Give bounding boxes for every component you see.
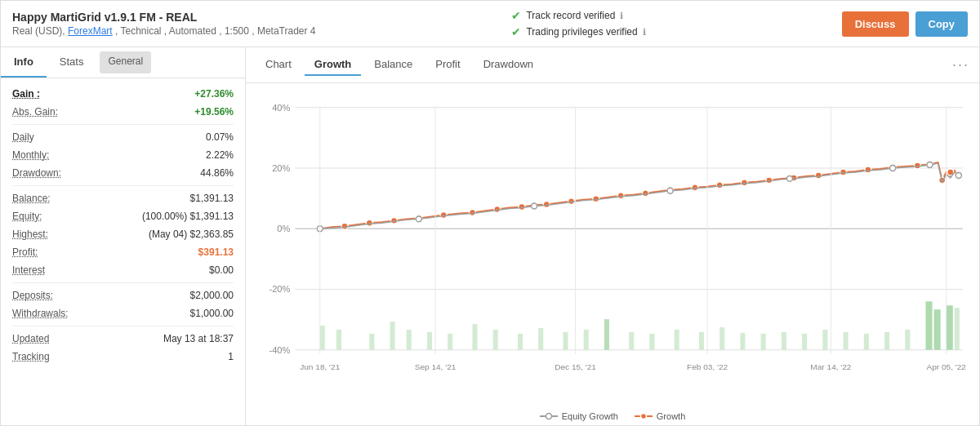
info-icon-1[interactable]: ℹ (620, 11, 623, 21)
svg-text:20%: 20% (272, 163, 290, 173)
svg-rect-17 (472, 324, 477, 350)
track-record-verify: ✔ Track record verified ℹ (511, 9, 645, 22)
chart-more-button[interactable]: ··· (952, 56, 969, 73)
divider-1 (12, 124, 234, 125)
copy-button[interactable]: Copy (915, 11, 969, 37)
svg-point-78 (956, 172, 961, 178)
svg-rect-29 (740, 333, 745, 350)
stat-abs-gain: Abs. Gain: +19.56% (12, 106, 234, 118)
svg-rect-30 (761, 334, 766, 350)
verify-trading-label: Trading privileges verified (526, 26, 637, 38)
drawdown-label: Drawdown: (12, 167, 61, 179)
profit-label: Profit: (12, 246, 38, 258)
abs-gain-label: Abs. Gain: (12, 106, 58, 118)
svg-text:Sep 14, '21: Sep 14, '21 (415, 363, 457, 372)
deposits-value: $2,000.00 (190, 290, 234, 301)
updated-label: Updated (12, 333, 49, 344)
chart-area: 40% 20% 0% -20% -40% (246, 83, 979, 406)
svg-text:Jun 18, '21: Jun 18, '21 (300, 363, 340, 372)
tracking-value: 1 (228, 351, 234, 362)
svg-text:Feb 03, '22: Feb 03, '22 (687, 363, 728, 372)
check-icon-1: ✔ (511, 9, 521, 22)
balance-label: Balance: (12, 193, 51, 204)
balance-value: $1,391.13 (190, 193, 234, 204)
chart-tab-chart[interactable]: Chart (256, 54, 301, 76)
main-content: Info Stats General Gain : +27.36% Abs. G… (1, 47, 979, 426)
tab-general[interactable]: General (100, 51, 151, 73)
header-left: Happy MartiGrid v1.9.1 FM - REAL Real (U… (12, 11, 316, 37)
svg-rect-37 (905, 330, 910, 350)
stat-interest: Interest $0.00 (12, 264, 234, 276)
svg-point-94 (640, 414, 646, 419)
gain-value: +27.36% (194, 88, 234, 100)
equity-label: Equity: (12, 211, 42, 222)
stat-updated: Updated May 13 at 18:37 (12, 333, 234, 344)
svg-rect-18 (493, 330, 498, 350)
chart-tab-drawdown[interactable]: Drawdown (474, 54, 543, 76)
svg-rect-14 (407, 330, 412, 350)
profit-value: $391.13 (198, 246, 234, 258)
svg-rect-36 (884, 332, 889, 350)
highest-label: Highest: (12, 229, 48, 240)
growth-legend-label: Growth (657, 411, 685, 421)
divider-2 (12, 185, 234, 186)
chart-tab-balance[interactable]: Balance (364, 54, 422, 76)
divider-3 (12, 282, 234, 283)
svg-rect-23 (604, 319, 609, 350)
interest-label: Interest (12, 264, 45, 276)
svg-point-92 (546, 414, 551, 419)
equity-value: (100.00%) $1,391.13 (142, 211, 234, 222)
svg-point-54 (617, 193, 624, 199)
stat-daily: Daily 0.07% (12, 131, 234, 143)
svg-text:Dec 15, '21: Dec 15, '21 (555, 363, 596, 372)
chart-tabs: Chart Growth Balance Profit Drawdown ··· (246, 47, 979, 83)
svg-rect-40 (947, 305, 953, 349)
svg-rect-13 (390, 322, 395, 350)
svg-point-59 (741, 180, 747, 186)
drawdown-value: 44.86% (200, 167, 234, 179)
svg-rect-39 (934, 309, 941, 349)
svg-rect-38 (925, 301, 932, 349)
left-panel: Info Stats General Gain : +27.36% Abs. G… (1, 47, 246, 426)
svg-point-58 (716, 182, 723, 189)
svg-rect-24 (629, 332, 634, 350)
deposits-label: Deposits: (12, 290, 53, 301)
svg-rect-35 (864, 334, 869, 350)
svg-text:Apr 05, '22: Apr 05, '22 (926, 363, 966, 372)
stat-withdrawals: Withdrawals: $1,000.00 (12, 308, 234, 319)
legend-equity: Equity Growth (540, 411, 618, 421)
header: Happy MartiGrid v1.9.1 FM - REAL Real (U… (1, 1, 979, 47)
chart-tab-growth[interactable]: Growth (305, 54, 362, 76)
info-icon-2[interactable]: ℹ (643, 27, 646, 38)
svg-rect-20 (538, 328, 543, 350)
abs-gain-value: +19.56% (194, 106, 234, 118)
right-panel: Chart Growth Balance Profit Drawdown ··· (246, 47, 979, 426)
daily-value: 0.07% (206, 131, 234, 143)
svg-rect-22 (584, 330, 589, 350)
equity-legend-icon (540, 411, 558, 421)
verify-track-label: Track record verified (526, 10, 615, 21)
broker-link[interactable]: ForexMart (68, 25, 113, 37)
left-tabs: Info Stats General (1, 47, 245, 78)
tab-stats[interactable]: Stats (47, 47, 97, 78)
svg-point-77 (927, 162, 933, 168)
svg-rect-11 (336, 330, 341, 350)
legend-growth: Growth (635, 411, 685, 421)
info-content: Gain : +27.36% Abs. Gain: +19.56% Daily … (1, 78, 245, 379)
highest-value: (May 04) $2,363.85 (149, 229, 234, 240)
growth-legend-icon (635, 411, 653, 421)
chart-tab-profit[interactable]: Profit (425, 54, 470, 76)
page-subtitle: Real (USD), ForexMart , Technical , Auto… (12, 25, 316, 37)
svg-text:0%: 0% (277, 224, 290, 233)
svg-rect-21 (563, 332, 568, 350)
tab-info[interactable]: Info (1, 47, 47, 78)
gain-label: Gain : (12, 88, 40, 100)
svg-text:Mar 14, '22: Mar 14, '22 (810, 363, 852, 372)
discuss-button[interactable]: Discuss (842, 11, 909, 37)
chart-svg: 40% 20% 0% -20% -40% (254, 91, 971, 406)
svg-rect-19 (518, 334, 523, 350)
page-title: Happy MartiGrid v1.9.1 FM - REAL (12, 11, 316, 24)
svg-rect-33 (822, 330, 827, 350)
svg-rect-41 (955, 308, 960, 349)
monthly-value: 2.22% (206, 149, 234, 161)
